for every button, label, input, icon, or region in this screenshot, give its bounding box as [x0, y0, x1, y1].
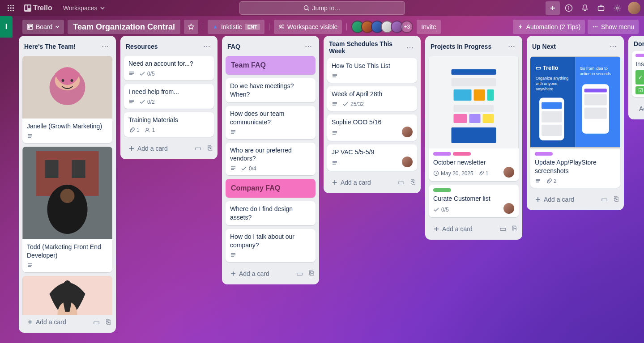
search-input[interactable]: Jump to…: [239, 1, 405, 15]
star-button[interactable]: [184, 20, 198, 34]
video-icon[interactable]: ▭: [396, 176, 406, 188]
label-green[interactable]: [433, 188, 451, 192]
list-title[interactable]: Done: [634, 40, 644, 47]
board-canvas[interactable]: Here's The Team!⋯ Janelle (Growth Market…: [15, 35, 644, 343]
invite-button[interactable]: Invite: [417, 20, 440, 34]
card[interactable]: [22, 276, 112, 315]
list-resources: Resources⋯ Need an account for...?0/5 I …: [120, 36, 218, 159]
card[interactable]: Inspiring✓ Apr 23☑ 12/12: [632, 51, 644, 97]
automation-button[interactable]: Automation (2 Tips): [513, 20, 585, 34]
list-menu-button[interactable]: ⋯: [506, 40, 517, 52]
workspace-icon[interactable]: I: [0, 16, 13, 38]
workspaces-dropdown[interactable]: Workspaces: [59, 2, 110, 14]
workspace-letter: I: [5, 23, 7, 31]
svg-rect-16: [598, 7, 604, 11]
info-button[interactable]: [562, 1, 576, 15]
video-icon[interactable]: ▭: [294, 267, 305, 279]
plus-icon: [550, 5, 556, 11]
add-card-button[interactable]: Add a card: [429, 222, 498, 236]
briefcase-icon: [597, 4, 605, 12]
card-member-avatar[interactable]: [503, 167, 514, 178]
card[interactable]: How do I talk about our company?: [226, 229, 316, 262]
card[interactable]: How To Use This List: [327, 58, 417, 83]
card[interactable]: Training Materials11: [124, 112, 214, 137]
card[interactable]: Who are our preferred vendors?0/4: [226, 143, 316, 176]
add-card-button[interactable]: Add a card: [632, 102, 644, 116]
create-button[interactable]: [546, 1, 560, 15]
template-icon[interactable]: ⎘: [104, 316, 112, 328]
card[interactable]: Janelle (Growth Marketing): [22, 56, 112, 143]
card[interactable]: Do we have meetings? When?: [226, 78, 316, 102]
divider: [203, 23, 203, 30]
checklist-badge: 0/5: [139, 71, 155, 77]
label-purple[interactable]: [433, 152, 451, 156]
attachment-badge: 1: [478, 170, 489, 177]
card[interactable]: Where do I find design assets?: [226, 201, 316, 225]
svg-rect-65: [542, 111, 562, 123]
svg-rect-3: [8, 8, 9, 9]
add-card-button[interactable]: Add a card: [124, 141, 193, 156]
add-card-button[interactable]: Add a card: [530, 192, 599, 207]
board-view-switcher[interactable]: Board: [22, 20, 64, 34]
app-switcher-button[interactable]: [4, 1, 18, 15]
card-member-avatar[interactable]: [503, 203, 514, 214]
list-menu-button[interactable]: ⋯: [608, 40, 618, 52]
card[interactable]: October newsletterMay 20, 20251: [429, 56, 519, 181]
card[interactable]: Sophie OOO 5/16: [327, 114, 417, 141]
workspace-chip[interactable]: Inktistic ENT: [208, 20, 264, 34]
add-card-button[interactable]: Add a card: [226, 267, 294, 281]
card[interactable]: Curate Customer list0/5: [429, 185, 519, 217]
notifications-button[interactable]: [578, 1, 592, 15]
card[interactable]: Todd (Marketing Front End Developer): [22, 147, 112, 272]
template-icon[interactable]: ⎘: [307, 267, 316, 279]
video-icon[interactable]: ▭: [498, 223, 508, 235]
trello-logo[interactable]: Trello: [21, 4, 55, 12]
card[interactable]: I need help from...0/2: [124, 84, 214, 109]
list-title[interactable]: Team Schedules This Week: [329, 40, 405, 55]
card-title: Inspiring: [635, 60, 644, 68]
card[interactable]: JP VAC 5/5-5/9: [327, 144, 417, 171]
template-icon[interactable]: ⎘: [511, 223, 519, 235]
list-title[interactable]: Here's The Team!: [24, 43, 76, 50]
card[interactable]: ▭ TrelloOrganize anythingwith anyone,any…: [530, 56, 620, 188]
list-menu-button[interactable]: ⋯: [100, 40, 111, 52]
list-menu-button[interactable]: ⋯: [303, 40, 314, 52]
label-purple[interactable]: [635, 54, 644, 57]
board-title[interactable]: Team Organization Central: [68, 20, 180, 34]
list-title[interactable]: FAQ: [227, 43, 240, 50]
video-icon[interactable]: ▭: [91, 316, 102, 328]
template-icon[interactable]: ⎘: [206, 142, 214, 154]
list-title[interactable]: Resources: [126, 43, 158, 50]
member-overflow[interactable]: +3: [401, 21, 413, 33]
template-icon[interactable]: ⎘: [612, 193, 620, 205]
card[interactable]: How does our team communicate?: [226, 106, 316, 139]
list-menu-button[interactable]: ⋯: [405, 42, 415, 54]
list-title[interactable]: Up Next: [532, 43, 556, 50]
list-title[interactable]: Projects In Progress: [431, 43, 491, 50]
board-members[interactable]: +3: [351, 21, 413, 33]
card-section-header[interactable]: Team FAQ: [226, 56, 316, 75]
label-purple[interactable]: [535, 152, 553, 156]
card-member-avatar[interactable]: [402, 127, 413, 137]
visibility-button[interactable]: Workspace visible: [274, 20, 342, 34]
card-section-header[interactable]: Company FAQ: [226, 179, 316, 198]
user-avatar[interactable]: [628, 2, 640, 14]
list-menu-button[interactable]: ⋯: [201, 40, 212, 52]
template-icon[interactable]: ⎘: [409, 176, 417, 188]
marketplace-button[interactable]: [594, 1, 608, 15]
settings-button[interactable]: [610, 1, 624, 15]
video-icon[interactable]: ▭: [599, 193, 610, 205]
label-pink[interactable]: [453, 152, 471, 156]
svg-rect-32: [45, 160, 59, 178]
add-card-button[interactable]: Add a card: [327, 175, 396, 190]
workspace-name: Inktistic: [221, 23, 242, 30]
brand-text: Trello: [33, 4, 52, 12]
svg-rect-61: [584, 89, 607, 92]
add-card-button[interactable]: Add a card: [22, 315, 91, 329]
card[interactable]: Week of April 28th25/32: [327, 86, 417, 111]
card-member-avatar[interactable]: [402, 157, 413, 167]
video-icon[interactable]: ▭: [193, 142, 203, 154]
show-menu-button[interactable]: Show menu: [588, 20, 639, 34]
divider: [346, 23, 347, 30]
card[interactable]: Need an account for...?0/5: [124, 56, 214, 80]
